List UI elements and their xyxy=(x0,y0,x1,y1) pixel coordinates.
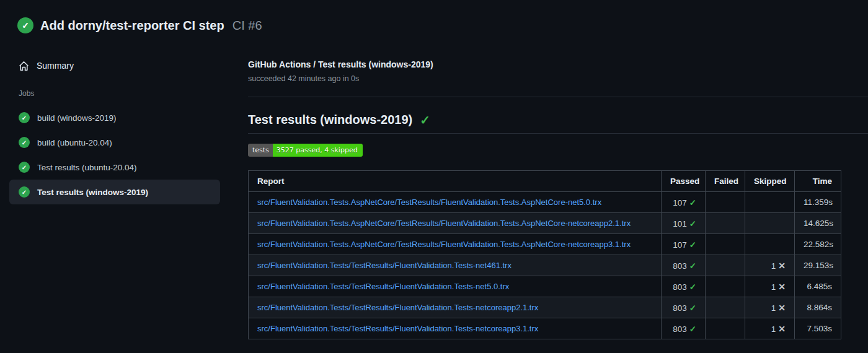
table-header-row: Report Passed Failed Skipped Time xyxy=(249,171,841,192)
skipped-x-icon: ✕ xyxy=(778,261,786,271)
job-label: build (windows-2019) xyxy=(37,113,117,123)
time-cell: 14.625s xyxy=(795,213,841,234)
passed-count: 107 xyxy=(673,198,687,207)
sidebar-item-summary[interactable]: Summary xyxy=(9,56,220,76)
skipped-cell: 1✕ xyxy=(745,276,795,297)
skipped-count: 1 xyxy=(771,261,776,271)
sidebar-job-item[interactable]: ✓build (windows-2019) xyxy=(9,105,220,130)
failed-cell xyxy=(706,213,745,234)
skipped-x-icon: ✕ xyxy=(778,303,786,313)
run-number: CI #6 xyxy=(232,19,262,33)
badge-label: tests xyxy=(248,144,273,157)
failed-cell xyxy=(706,297,745,318)
check-run-status: succeeded 42 minutes ago in 0s xyxy=(248,74,868,83)
passed-cell: 803✓ xyxy=(662,297,706,318)
job-label: Test results (ubuntu-20.04) xyxy=(37,163,137,172)
failed-cell xyxy=(706,318,745,339)
time-cell: 11.359s xyxy=(795,192,841,213)
passed-count: 101 xyxy=(673,219,687,229)
skipped-cell xyxy=(745,192,795,213)
passed-count: 803 xyxy=(673,282,687,292)
results-table: Report Passed Failed Skipped Time src/Fl… xyxy=(248,170,841,339)
passed-check-icon: ✓ xyxy=(689,303,696,313)
report-row: src/FluentValidation.Tests.AspNetCore/Te… xyxy=(249,192,841,213)
column-header-report: Report xyxy=(249,171,662,192)
failed-cell xyxy=(706,276,745,297)
skipped-cell: 1✕ xyxy=(745,297,795,318)
job-label: Test results (windows-2019) xyxy=(37,188,148,197)
passed-cell: 107✓ xyxy=(662,234,706,255)
failed-cell xyxy=(706,255,745,276)
run-title: Add dorny/test-reporter CI step xyxy=(40,19,224,33)
passed-check-icon: ✓ xyxy=(689,198,696,207)
sidebar-job-item[interactable]: ✓build (ubuntu-20.04) xyxy=(9,130,220,155)
check-run-title: GitHub Actions / Test results (windows-2… xyxy=(248,59,868,69)
failed-cell xyxy=(706,192,745,213)
passed-cell: 803✓ xyxy=(662,276,706,297)
time-cell: 6.485s xyxy=(795,276,841,297)
column-header-failed: Failed xyxy=(706,171,745,192)
summary-label: Summary xyxy=(37,61,74,71)
skipped-cell xyxy=(745,213,795,234)
column-header-time: Time xyxy=(795,171,841,192)
report-link[interactable]: src/FluentValidation.Tests.AspNetCore/Te… xyxy=(257,240,631,249)
section-heading: Test results (windows-2019) ✓ xyxy=(248,113,868,134)
passed-cell: 107✓ xyxy=(662,192,706,213)
skipped-cell: 1✕ xyxy=(745,255,795,276)
passed-check-icon: ✓ xyxy=(689,240,696,250)
passed-count: 107 xyxy=(673,240,687,250)
report-link[interactable]: src/FluentValidation.Tests/TestResults/F… xyxy=(257,303,538,312)
column-header-skipped: Skipped xyxy=(745,171,795,192)
run-status-check-circle-icon: ✓ xyxy=(17,17,33,33)
time-cell: 29.153s xyxy=(795,255,841,276)
report-row: src/FluentValidation.Tests/TestResults/F… xyxy=(249,318,841,339)
skipped-cell xyxy=(745,234,795,255)
sidebar-jobs-list: ✓build (windows-2019)✓build (ubuntu-20.0… xyxy=(9,105,220,204)
report-row: src/FluentValidation.Tests/TestResults/F… xyxy=(249,255,841,276)
skipped-x-icon: ✕ xyxy=(778,282,786,292)
report-link[interactable]: src/FluentValidation.Tests.AspNetCore/Te… xyxy=(257,219,631,228)
job-label: build (ubuntu-20.04) xyxy=(37,138,112,147)
failed-cell xyxy=(706,234,745,255)
skipped-count: 1 xyxy=(771,303,776,313)
passed-check-icon: ✓ xyxy=(689,261,696,271)
badge-value: 3527 passed, 4 skipped xyxy=(273,144,363,157)
passed-check-icon: ✓ xyxy=(689,282,696,292)
report-link[interactable]: src/FluentValidation.Tests.AspNetCore/Te… xyxy=(257,198,601,207)
job-check-circle-icon: ✓ xyxy=(19,186,30,198)
home-icon xyxy=(19,61,29,71)
time-cell: 22.582s xyxy=(795,234,841,255)
time-cell: 7.503s xyxy=(795,318,841,339)
sidebar: Summary Jobs ✓build (windows-2019)✓build… xyxy=(9,56,220,204)
section-title: Test results (windows-2019) xyxy=(248,113,412,127)
report-row: src/FluentValidation.Tests/TestResults/F… xyxy=(249,276,841,297)
sidebar-job-item[interactable]: ✓Test results (ubuntu-20.04) xyxy=(9,155,220,180)
run-info: GitHub Actions / Test results (windows-2… xyxy=(248,59,868,97)
report-link[interactable]: src/FluentValidation.Tests/TestResults/F… xyxy=(257,324,538,333)
passed-count: 803 xyxy=(673,303,687,313)
passed-cell: 803✓ xyxy=(662,255,706,276)
passed-count: 803 xyxy=(673,325,687,334)
report-row: src/FluentValidation.Tests.AspNetCore/Te… xyxy=(249,234,841,255)
skipped-cell: 1✕ xyxy=(745,318,795,339)
report-row: src/FluentValidation.Tests/TestResults/F… xyxy=(249,297,841,318)
skipped-count: 1 xyxy=(771,282,776,292)
sidebar-job-item[interactable]: ✓Test results (windows-2019) xyxy=(9,180,220,204)
passed-check-icon: ✓ xyxy=(689,325,696,334)
run-header: ✓ Add dorny/test-reporter CI step CI #6 xyxy=(17,17,262,33)
section-check-icon: ✓ xyxy=(420,114,430,126)
job-check-circle-icon: ✓ xyxy=(19,112,30,123)
skipped-count: 1 xyxy=(771,325,776,334)
job-check-circle-icon: ✓ xyxy=(19,162,30,173)
report-link[interactable]: src/FluentValidation.Tests/TestResults/F… xyxy=(257,282,509,291)
jobs-section-label: Jobs xyxy=(19,89,220,98)
passed-check-icon: ✓ xyxy=(689,219,696,229)
tests-badge: tests 3527 passed, 4 skipped xyxy=(248,144,363,157)
skipped-x-icon: ✕ xyxy=(778,324,786,334)
report-row: src/FluentValidation.Tests.AspNetCore/Te… xyxy=(249,213,841,234)
time-cell: 8.864s xyxy=(795,297,841,318)
column-header-passed: Passed xyxy=(662,171,706,192)
job-check-circle-icon: ✓ xyxy=(19,137,30,148)
report-link[interactable]: src/FluentValidation.Tests/TestResults/F… xyxy=(257,261,512,270)
passed-count: 803 xyxy=(673,261,687,271)
